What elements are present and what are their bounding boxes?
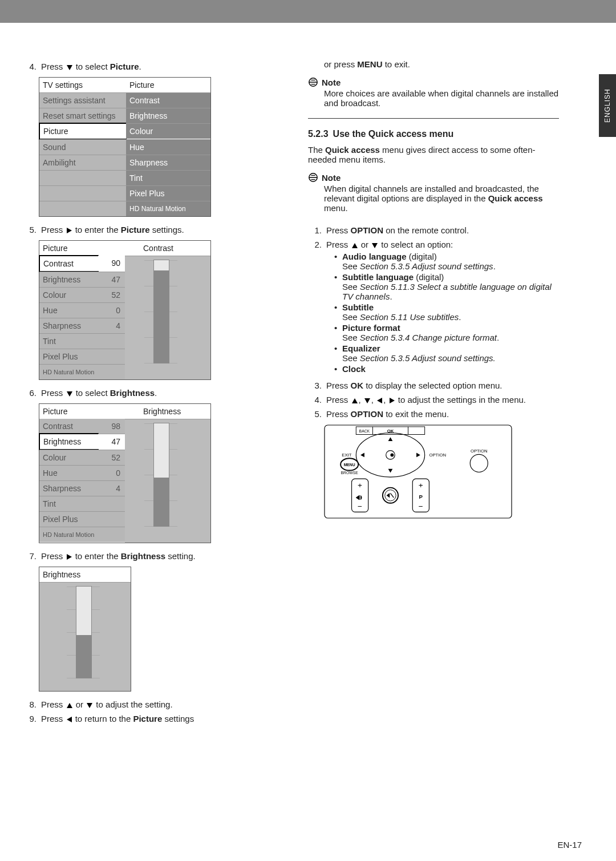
svg-marker-7 [416, 453, 420, 458]
list-item: Audio language (digital)See Section 5.3.… [334, 252, 559, 271]
svg-point-12 [470, 454, 488, 472]
svg-text:−: − [358, 502, 362, 511]
note-icon [308, 172, 318, 183]
brightness-slider-menu: Brightness [39, 567, 131, 692]
right-step-5: 5. Press OPTION to exit the menu. [308, 409, 559, 419]
option-list: Audio language (digital)See Section 5.3.… [326, 252, 559, 374]
right-arrow-icon [67, 228, 72, 233]
list-item: Picture formatSee Section 5.3.4 Change p… [334, 323, 559, 342]
right-step-3: 3. Press OK to display the selected opti… [308, 381, 559, 390]
svg-marker-5 [388, 469, 393, 473]
svg-text:+: + [358, 481, 362, 490]
step-8: 8. Press or to adjust the setting. [23, 700, 274, 709]
right-arrow-icon [67, 554, 72, 560]
continuation-text: or press MENU to exit. [324, 59, 559, 69]
note-1-body: More choices are available when digital … [324, 88, 559, 108]
up-arrow-icon [67, 703, 72, 708]
right-step-1: 1. Press OPTION on the remote control. [308, 225, 559, 235]
remote-p-label: P [419, 494, 423, 500]
down-arrow-icon [87, 703, 92, 708]
page-number: EN-17 [557, 840, 582, 850]
list-item: Clock [334, 364, 559, 374]
down-arrow-icon [67, 391, 72, 397]
brightness-bar-fill [154, 478, 169, 526]
note-2-heading: Note [308, 172, 559, 183]
list-item: EqualizerSee Section 5.3.5 Adjust sound … [334, 343, 559, 363]
remote-option-btn-label: OPTION [471, 448, 488, 454]
svg-text:+: + [419, 481, 423, 490]
section-heading: 5.2.3Use the Quick access menu [308, 129, 559, 139]
remote-exit-label: EXIT [342, 452, 351, 458]
note-2-body: When digital channels are installed and … [324, 184, 559, 213]
down-arrow-icon [372, 243, 378, 248]
remote-back-label: BACK [359, 429, 370, 433]
contrast-bar-panel [125, 256, 210, 379]
step-5: 5. Press to enter the Picture settings. [23, 225, 274, 235]
remote-ok-label: OK [387, 429, 394, 434]
right-step-2: 2. Press or to select an option: Audio l… [308, 240, 559, 376]
contrast-bar-fill [154, 270, 169, 363]
left-arrow-icon [377, 398, 382, 403]
up-arrow-icon [352, 243, 358, 248]
svg-point-3 [390, 453, 394, 456]
manual-page: ENGLISH 4. Press to select Picture. TV s… [0, 23, 616, 861]
left-column: 4. Press to select Picture. TV settings … [23, 57, 274, 850]
note-1-heading: Note [308, 77, 559, 87]
note-icon [308, 77, 318, 87]
right-step-4: 4. Press , , , to adjust the settings in… [308, 395, 559, 405]
left-arrow-icon [67, 717, 72, 722]
remote-menu-label: MENU [344, 463, 355, 467]
right-arrow-icon [390, 398, 395, 403]
tv-settings-menu: TV settings Picture Settings assistantCo… [39, 77, 211, 217]
up-arrow-icon [352, 398, 358, 403]
step-4: 4. Press to select Picture. [23, 62, 274, 71]
remote-browse-label: BROWSE [341, 471, 359, 475]
svg-text:−: − [419, 502, 423, 511]
divider [308, 118, 559, 119]
language-tab: ENGLISH [599, 74, 616, 137]
list-item: Subtitle language (digital)See Section 5… [334, 272, 559, 301]
step-7: 7. Press to enter the Brightness setting… [23, 551, 274, 561]
down-arrow-icon [67, 65, 72, 70]
down-arrow-icon [364, 398, 370, 403]
right-column: or press MENU to exit. Note More choices… [308, 57, 559, 850]
remote-option-label: OPTION [429, 452, 446, 458]
picture-brightness-menu: Picture Brightness Contrast98 Brightness… [39, 403, 211, 543]
remote-control-diagram: BACK OK EXIT OPTION MENU BROWSE OPTION +… [324, 425, 512, 520]
section-intro: The Quick access menu gives direct acces… [308, 145, 559, 164]
picture-contrast-menu: Picture Contrast Contrast90 Brightness47… [39, 240, 211, 380]
brightness-bar-panel [125, 419, 210, 543]
step-9: 9. Press to return to the Picture settin… [23, 714, 274, 723]
svg-marker-6 [360, 453, 364, 458]
brightness-slider-fill [76, 635, 91, 678]
svg-marker-4 [388, 437, 393, 441]
list-item: SubtitleSee Section 5.11 Use subtitles. [334, 302, 559, 322]
step-6: 6. Press to select Brightness. [23, 388, 274, 398]
